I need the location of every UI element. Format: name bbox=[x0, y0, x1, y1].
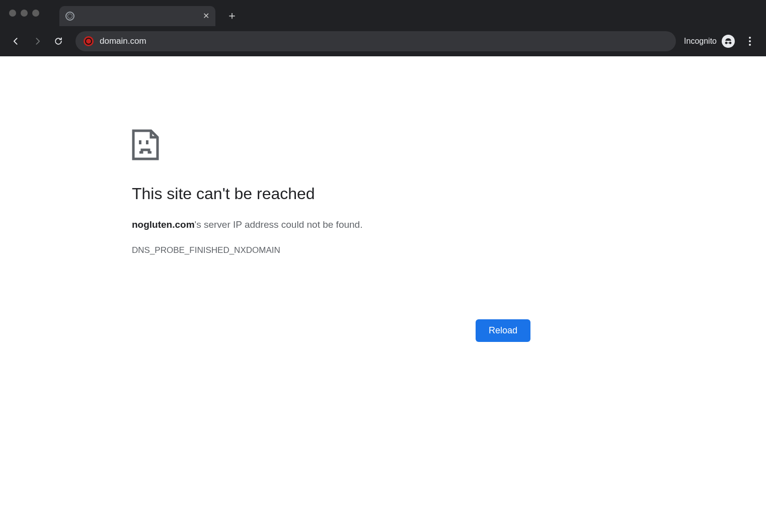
window-controls bbox=[9, 10, 39, 17]
error-title: This site can't be reached bbox=[132, 185, 530, 203]
error-host: nogluten.com bbox=[132, 219, 195, 230]
globe-icon bbox=[65, 12, 74, 21]
back-button[interactable] bbox=[7, 32, 25, 50]
svg-rect-0 bbox=[139, 140, 141, 144]
sad-page-icon bbox=[132, 129, 159, 160]
address-bar-text: domain.com bbox=[100, 36, 146, 46]
new-tab-button[interactable]: ＋ bbox=[226, 10, 238, 21]
close-tab-icon[interactable]: ✕ bbox=[203, 12, 209, 20]
incognito-label: Incognito bbox=[684, 37, 717, 46]
browser-tab[interactable]: ✕ bbox=[59, 6, 215, 26]
tab-strip: ✕ ＋ bbox=[0, 0, 766, 26]
address-bar[interactable]: domain.com bbox=[75, 31, 676, 51]
window-minimize-icon[interactable] bbox=[21, 10, 28, 17]
error-code: DNS_PROBE_FINISHED_NXDOMAIN bbox=[132, 245, 530, 255]
error-message: nogluten.com's server IP address could n… bbox=[132, 218, 530, 231]
error-panel: This site can't be reached nogluten.com'… bbox=[132, 129, 530, 255]
browser-menu-button[interactable] bbox=[741, 32, 759, 50]
arrow-right-icon bbox=[32, 36, 42, 46]
reload-page-button[interactable]: Reload bbox=[476, 319, 530, 342]
site-info-icon[interactable] bbox=[84, 36, 94, 46]
forward-button bbox=[28, 32, 46, 50]
incognito-indicator[interactable]: Incognito bbox=[684, 35, 735, 48]
page-content: This site can't be reached nogluten.com'… bbox=[0, 56, 766, 532]
reload-icon bbox=[53, 36, 63, 46]
svg-rect-1 bbox=[146, 140, 148, 144]
window-zoom-icon[interactable] bbox=[32, 10, 39, 17]
window-close-icon[interactable] bbox=[9, 10, 16, 17]
arrow-left-icon bbox=[11, 36, 21, 46]
reload-button[interactable] bbox=[49, 32, 67, 50]
error-message-suffix: 's server IP address could not be found. bbox=[195, 219, 363, 230]
browser-chrome: ✕ ＋ domain.com Incognito bbox=[0, 0, 766, 56]
incognito-icon bbox=[722, 35, 735, 48]
toolbar: domain.com Incognito bbox=[0, 26, 766, 56]
